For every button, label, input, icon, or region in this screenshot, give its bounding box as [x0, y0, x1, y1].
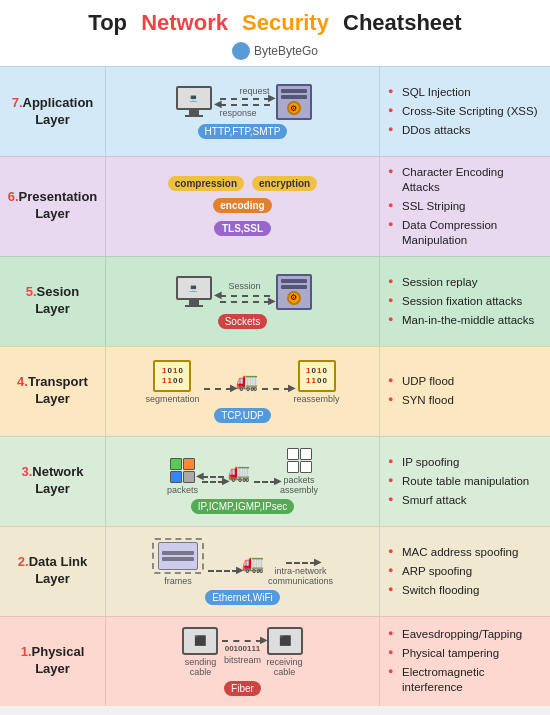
- threat-item: IP spoofing: [388, 453, 542, 472]
- session-server-icon: ⚙: [276, 274, 312, 310]
- threat-item: SSL Striping: [388, 197, 542, 216]
- transport-threats: UDP flood SYN flood: [380, 347, 550, 436]
- physical-diagram-top: ⬛ sendingcable 00100111 bitstream ⬛ rece…: [182, 627, 302, 677]
- layer-physical: 1.PhysicalLayer ⬛ sendingcable 00100111 …: [0, 616, 550, 706]
- threat-item: ARP spoofing: [388, 562, 542, 581]
- application-protocol-badge: HTTP,FTP,SMTP: [198, 124, 288, 139]
- presentation-diagram: compression encryption encoding TLS,SSL: [105, 157, 380, 256]
- application-diagram: 💻 request response ⚙: [105, 67, 380, 156]
- layer-application: 7.ApplicationLayer 💻 request response: [0, 66, 550, 156]
- encoding-badge: encoding: [213, 198, 271, 213]
- network-label: 3.NetworkLayer: [0, 437, 105, 526]
- pres-pills-top: compression encryption: [168, 176, 317, 191]
- intra-network-label: intra-networkcommunications: [268, 566, 333, 586]
- session-arrow-left: [220, 295, 270, 297]
- datalink-label: 2.Data LinkLayer: [0, 527, 105, 616]
- threat-item: Character Encoding Attacks: [388, 163, 542, 197]
- network-diagram-top: packets 🚛: [167, 448, 318, 495]
- reassembly-label: reassembly: [294, 394, 340, 404]
- transport-protocol: TCP,UDP: [214, 408, 271, 423]
- session-arrow-right: [220, 301, 270, 303]
- app-protocol: HTTP,FTP,SMTP: [198, 124, 288, 139]
- layer-transport: 4.TransportLayer 1010 1100 segmentation …: [0, 346, 550, 436]
- layer-session: 5.SesionLayer 💻 Session ⚙ Sockets Sessio…: [0, 256, 550, 346]
- truck-icon: 🚛: [236, 370, 258, 392]
- session-diagram: 💻 Session ⚙ Sockets: [105, 257, 380, 346]
- threat-item: Switch flooding: [388, 581, 542, 600]
- compression-badge: compression: [168, 176, 244, 191]
- response-label: response: [220, 108, 257, 118]
- session-protocol: Sockets: [218, 314, 268, 329]
- application-diagram-top: 💻 request response ⚙: [174, 84, 312, 120]
- sending-cable-icon: ⬛: [182, 627, 218, 655]
- net-arrow-left: [202, 476, 224, 478]
- datalink-truck-icon: 🚛: [242, 552, 264, 574]
- physical-threats: Eavesdropping/Tapping Physical tampering…: [380, 617, 550, 706]
- packets-group: [170, 458, 195, 483]
- net-arrow-right2: [254, 481, 276, 483]
- title-cheatsheet: Cheatsheet: [343, 10, 462, 36]
- transport-diagram-top: 1010 1100 segmentation 🚛 1010 1100 reass…: [145, 360, 339, 404]
- network-protocol: IP,ICMP,IGMP,IPsec: [191, 499, 294, 514]
- receiving-cable-icon: ⬛: [267, 627, 303, 655]
- packets-assembly-label: packetsassembly: [280, 475, 318, 495]
- application-label: 7.ApplicationLayer: [0, 67, 105, 156]
- packets-label: packets: [167, 485, 198, 495]
- page-header: Top Network Security Cheatsheet ByteByte…: [0, 0, 550, 66]
- threat-item: DDos attacks: [388, 121, 542, 140]
- transport-label: 4.TransportLayer: [0, 347, 105, 436]
- pres-protocol: TLS,SSL: [214, 221, 271, 236]
- session-threats: Session replay Session fixation attacks …: [380, 257, 550, 346]
- threat-item: Route table manipulation: [388, 472, 542, 491]
- datalink-diagram-top: frames 🚛 intra-networkcommunications: [152, 538, 333, 586]
- application-threats: SQL Injection Cross-Site Scripting (XSS)…: [380, 67, 550, 156]
- title-network: Network: [141, 10, 228, 36]
- title-security: Security: [242, 10, 329, 36]
- computer-icon: 💻: [174, 86, 214, 118]
- encryption-badge: encryption: [252, 176, 317, 191]
- threat-item: Eavesdropping/Tapping: [388, 625, 542, 644]
- request-arrow: [220, 98, 270, 100]
- threat-item: UDP flood: [388, 372, 542, 391]
- net-truck-icon: 🚛: [228, 461, 250, 483]
- datalink-threats: MAC address spoofing ARP spoofing Switch…: [380, 527, 550, 616]
- data-block-left: 1010 1100: [153, 360, 191, 392]
- layer-network: 3.NetworkLayer packets: [0, 436, 550, 526]
- threat-item: Smurf attack: [388, 491, 542, 510]
- datalink-arrow2: [286, 562, 316, 564]
- transport-arrow-right2: [262, 388, 290, 390]
- sending-cable-label: sendingcable: [185, 657, 217, 677]
- threat-item: Man-in-the-middle attacks: [388, 311, 542, 330]
- session-arrow-label: Session: [228, 281, 260, 291]
- bitstream-label: bitstream: [224, 655, 261, 665]
- logo-icon: [232, 42, 250, 60]
- server-icon: ⚙: [276, 84, 312, 120]
- threat-item: SYN flood: [388, 391, 542, 410]
- physical-label: 1.PhysicalLayer: [0, 617, 105, 706]
- session-label: 5.SesionLayer: [0, 257, 105, 346]
- layer-datalink: 2.Data LinkLayer frames 🚛 intra-net: [0, 526, 550, 616]
- bitstream-arrow: [222, 640, 262, 642]
- response-arrow: [220, 104, 270, 106]
- transport-arrow-right: [204, 388, 232, 390]
- packets-assembly-group: [287, 448, 312, 473]
- frames-label: frames: [164, 576, 192, 586]
- segmentation-label: segmentation: [145, 394, 199, 404]
- frame-icon: [152, 538, 204, 574]
- receiving-cable-label: receivingcable: [266, 657, 302, 677]
- physical-diagram: ⬛ sendingcable 00100111 bitstream ⬛ rece…: [105, 617, 380, 706]
- title-top: Top: [88, 10, 127, 36]
- network-diagram: packets 🚛: [105, 437, 380, 526]
- transport-diagram: 1010 1100 segmentation 🚛 1010 1100 reass…: [105, 347, 380, 436]
- threat-item: MAC address spoofing: [388, 543, 542, 562]
- threat-item: Session replay: [388, 273, 542, 292]
- session-arrows: Session: [220, 281, 270, 303]
- net-arrow-right: [202, 481, 224, 483]
- threat-item: Electromagnetic interference: [388, 663, 542, 697]
- bytebygo-brand: ByteByteGo: [6, 42, 544, 60]
- threat-item: Cross-Site Scripting (XSS): [388, 102, 542, 121]
- presentation-label: 6.PresentationLayer: [0, 157, 105, 256]
- threat-item: Session fixation attacks: [388, 292, 542, 311]
- data-block-right: 1010 1100: [298, 360, 336, 392]
- layer-presentation: 6.PresentationLayer compression encrypti…: [0, 156, 550, 256]
